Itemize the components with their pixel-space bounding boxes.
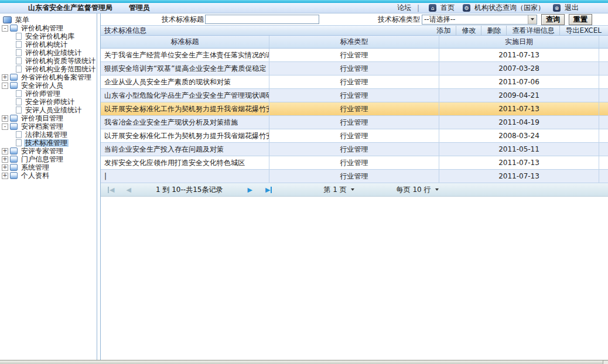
tree-branch[interactable]: + 门户信息管理	[0, 155, 97, 163]
standard-type-select[interactable]: --请选择--	[422, 15, 537, 25]
tree-branch-label[interactable]: 安全评价人员	[20, 82, 64, 90]
tree-leaf-label[interactable]: 安全评价师统计	[24, 98, 76, 106]
tree-leaf-label[interactable]: 安评人员业绩统计	[24, 107, 83, 114]
page-icon	[16, 139, 22, 146]
reset-button[interactable]: 重置	[569, 14, 592, 25]
select-dropdown-arrow[interactable]	[528, 15, 537, 24]
pagination-bar: ◀ ◀ 1 到 10--共15条记录 ▶ ▶ 第 1 页 每页 10 行	[101, 183, 608, 197]
table-row[interactable]: | 行业管理 2011-07-13	[101, 170, 608, 183]
tree-branch-label[interactable]: 安评专家管理	[20, 147, 64, 155]
table-row[interactable]: 企业从业人员安全生产素质的现状和对策 行业管理 2011-07-06	[101, 75, 608, 89]
table-row[interactable]: 狠抓安全培训夯“双基”提高企业安全生产素质促稳定 行业管理 2007-03-28	[101, 62, 608, 75]
monitor-icon	[3, 16, 12, 23]
prev-page-button[interactable]: ◀	[126, 187, 131, 193]
tree-branch[interactable]: - 评价机构管理	[0, 24, 97, 32]
org-status-link[interactable]: 机构状态查询（国家）	[474, 3, 545, 13]
tree-leaf[interactable]: 评价机构资质等级统计	[0, 57, 97, 65]
tree-leaf-label[interactable]: 技术标准管理	[24, 139, 69, 147]
tree-expander-icon[interactable]: -	[2, 25, 8, 32]
tree-leaf-label[interactable]: 评价机构业绩统计	[24, 49, 83, 57]
tree-expander-icon[interactable]: +	[2, 164, 8, 171]
tree-branch[interactable]: + 安评专家管理	[0, 147, 97, 155]
toolbar-action-link[interactable]: 导出EXCEL	[559, 26, 607, 36]
tree-leaf[interactable]: 评价机构统计	[0, 40, 97, 49]
tree-leaf[interactable]: 评价机构业绩统计	[0, 49, 97, 57]
query-button[interactable]: 查询	[541, 14, 565, 25]
tree-branch-label[interactable]: 评价机构管理	[20, 25, 64, 32]
page-size-select[interactable]: 每页 10 行	[397, 185, 439, 195]
toolbar-action-link[interactable]: 查看详细信息	[506, 26, 559, 36]
tree-branch[interactable]: + 评价项目管理	[0, 114, 97, 122]
tree-leaf[interactable]: 技术标准管理	[0, 139, 97, 147]
toolbar-action-link[interactable]: 修改	[456, 26, 481, 36]
home-link[interactable]: 首页	[440, 3, 455, 13]
tree-leaf[interactable]: 评价机构业务范围统计	[0, 65, 97, 73]
first-page-button[interactable]: ◀	[108, 187, 114, 193]
cell-standard-type: 行业管理	[269, 62, 439, 75]
toolbar-action-link[interactable]: 删除	[481, 26, 506, 36]
tree-leaf[interactable]: 安评人员业绩统计	[0, 106, 97, 114]
page-icon	[16, 41, 22, 48]
tree-leaf[interactable]: 安全评价师统计	[0, 98, 97, 106]
cell-standard-title: 企业从业人员安全生产素质的现状和对策	[101, 75, 269, 88]
tree-children: 法律法规管理 技术标准管理	[0, 131, 97, 147]
next-page-button[interactable]: ▶	[247, 187, 252, 193]
cell-standard-title: 关于我省生产经营单位安全生产主体责任落实情况的调研报告	[101, 49, 269, 61]
tree-branch-label[interactable]: 评价项目管理	[20, 115, 64, 122]
tree-branch[interactable]: + 外省评价机构备案管理	[0, 73, 97, 81]
home-icon[interactable]: ⌂	[429, 4, 436, 12]
standard-title-input[interactable]	[205, 15, 319, 24]
horizontal-scrollbar[interactable]	[0, 360, 608, 364]
table-row[interactable]: 当前企业安全生产投入存在问题及对策 行业管理 2011-05-11	[101, 143, 608, 156]
tree-branch[interactable]: + 个人资料	[0, 171, 97, 180]
tree-branch-label[interactable]: 系统管理	[20, 164, 50, 171]
cell-spacer	[599, 143, 608, 156]
table-header-row: 标准标题 标准类型 实施日期	[101, 36, 608, 49]
page-icon	[16, 90, 22, 97]
tree-leaf[interactable]: 法律法规管理	[0, 131, 97, 139]
tree-leaf-label[interactable]: 评价师管理	[24, 90, 62, 98]
logout-icon[interactable]: ⊗	[553, 4, 561, 12]
tree-expander-icon[interactable]: +	[2, 148, 8, 154]
tree-branch-label[interactable]: 个人资料	[20, 172, 50, 180]
table-row[interactable]: 我省冶金企业安全生产现状分析及对策措施 行业管理 2011-04-19	[101, 116, 608, 129]
last-page-button[interactable]: ▶	[265, 187, 272, 193]
page-icon	[16, 98, 22, 105]
tree-branch-label[interactable]: 安评档案管理	[20, 123, 64, 131]
tree-leaf-label[interactable]: 评价机构业务范围统计	[24, 66, 97, 73]
page-icon	[16, 49, 22, 56]
tree-leaf[interactable]: 安全评价机构库	[0, 32, 97, 40]
table-row[interactable]: 关于我省生产经营单位安全生产主体责任落实情况的调研报告 行业管理 2011-07…	[101, 49, 608, 62]
table-row[interactable]: 以开展安全标准化工作为契机努力提升我省烟花爆竹安全管理水平 行业管理 2011-…	[101, 102, 608, 116]
table-row[interactable]: 以开展安全标准化工作为契机努力提升我省烟花爆竹安全管理水平 行业管理 2008-…	[101, 129, 608, 143]
toolbar-action-link[interactable]: 添加	[431, 26, 456, 36]
cell-standard-type: 行业管理	[269, 116, 439, 129]
tree-branch[interactable]: - 安评档案管理	[0, 122, 97, 131]
tree-leaf-label[interactable]: 法律法规管理	[24, 131, 69, 139]
cell-standard-type: 行业管理	[269, 75, 439, 88]
tree-expander-icon[interactable]: +	[2, 74, 8, 81]
folder-icon	[10, 164, 18, 171]
folder-icon	[10, 74, 18, 81]
table-row[interactable]: 发挥安全文化应领作用打造安全文化特色城区 行业管理 2011-07-13	[101, 156, 608, 170]
tree-expander-icon[interactable]: +	[2, 156, 8, 163]
page-select[interactable]: 第 1 页	[323, 185, 354, 195]
tree-expander-icon[interactable]: -	[2, 83, 8, 89]
cell-spacer	[599, 75, 608, 88]
tree-leaf[interactable]: 评价师管理	[0, 90, 97, 98]
tree-branch-label[interactable]: 门户信息管理	[20, 156, 64, 163]
tree-branch[interactable]: - 安全评价人员	[0, 81, 97, 90]
forum-link[interactable]: 论坛	[397, 3, 411, 13]
logout-link[interactable]: 退出	[565, 3, 579, 13]
tree-branch-label[interactable]: 外省评价机构备案管理	[20, 74, 93, 81]
menu-root[interactable]: 菜单	[0, 16, 97, 24]
table-row[interactable]: 山东省小型危险化学品生产企业安全生产管理现状调研报告 行业管理 2009-04-…	[101, 89, 608, 102]
tree-branch[interactable]: + 系统管理	[0, 163, 97, 171]
tree-expander-icon[interactable]: -	[2, 123, 8, 130]
tree-leaf-label[interactable]: 安全评价机构库	[24, 33, 76, 40]
tree-expander-icon[interactable]: +	[2, 173, 8, 179]
tree-leaf-label[interactable]: 评价机构统计	[24, 41, 69, 49]
tree-leaf-label[interactable]: 评价机构资质等级统计	[24, 57, 97, 65]
org-status-icon[interactable]: ⚙	[463, 4, 470, 12]
tree-expander-icon[interactable]: +	[2, 115, 8, 122]
